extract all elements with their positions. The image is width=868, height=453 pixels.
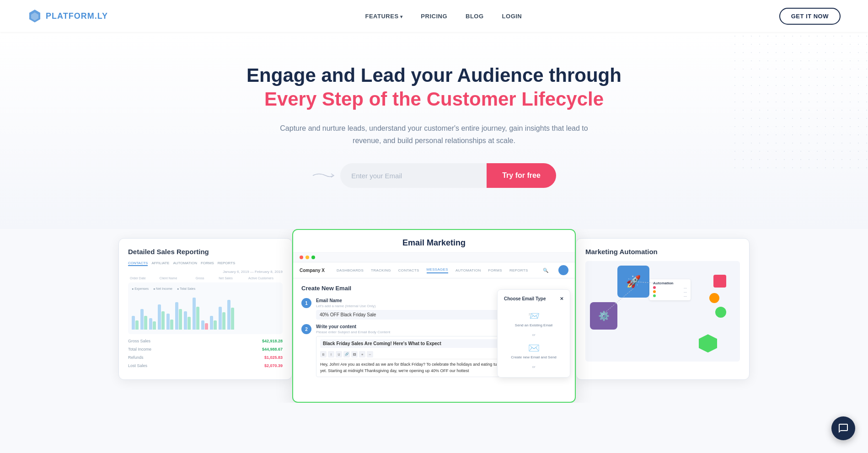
panel-title: Choose Email Type ✕	[504, 296, 563, 301]
chart-area: ● Expenses ● Net Income ● Total Sales	[128, 282, 283, 334]
dot-maximize	[311, 256, 315, 259]
pricing-link[interactable]: PRICING	[421, 13, 447, 20]
automation-node-pink	[713, 275, 726, 288]
logo[interactable]: PLATFORM.ly	[27, 9, 108, 23]
nav-affiliate[interactable]: AFFILIATE	[151, 261, 169, 266]
hero-title-main: Engage and Lead your Audience through	[9, 64, 859, 87]
chat-fab-button[interactable]	[831, 416, 855, 440]
dot-minimize	[305, 256, 309, 259]
or-divider: or	[504, 331, 563, 339]
dot-red	[653, 286, 656, 289]
app-nav-automation[interactable]: AUTOMATION	[455, 268, 481, 272]
app-nav-forms[interactable]: FORMS	[488, 268, 502, 272]
toolbar-link[interactable]: 🔗	[343, 351, 350, 357]
sales-mini-nav: CONTACTS AFFILIATE AUTOMATION FORMS REPO…	[128, 261, 283, 266]
toolbar-bold[interactable]: B	[320, 351, 327, 357]
app-nav-tracking[interactable]: TRACKING	[371, 268, 391, 272]
legend-net-income: ● Net Income	[153, 287, 172, 290]
step1-number: 1	[301, 298, 311, 308]
stat-total-income: Total Income $44,988.67	[128, 346, 283, 352]
logo-text: PLATFORM.ly	[46, 11, 108, 21]
automation-mini-card: Automation — — —	[649, 279, 691, 300]
date-range: January 6, 2019 — February 8, 2019	[128, 270, 283, 274]
blog-link[interactable]: BLOG	[466, 13, 484, 20]
sales-reporting-card: Detailed Sales Reporting CONTACTS AFFILI…	[118, 238, 292, 380]
nav-reports[interactable]: REPORTS	[218, 261, 236, 266]
stats-list: Gross Sales $42,918.28 Total Income $44,…	[128, 338, 283, 369]
panel-close-icon[interactable]: ✕	[560, 296, 563, 301]
step2-number: 2	[301, 324, 311, 334]
mini-dot-1	[653, 286, 656, 289]
automation-node-blue: 🚀	[617, 266, 649, 298]
chat-icon	[838, 423, 849, 434]
nav-automation[interactable]: AUTOMATION	[173, 261, 197, 266]
hero-description: Capture and nurture leads, understand yo…	[279, 122, 589, 147]
automation-node-hex	[699, 334, 717, 352]
automation-mini-label: Automation	[653, 281, 687, 285]
or-divider-2: or	[504, 363, 563, 371]
automation-node-orange	[709, 293, 719, 303]
chart-legend: ● Expenses ● Net Income ● Total Sales	[132, 287, 279, 290]
dot-green2	[653, 294, 656, 297]
email-input[interactable]	[340, 163, 487, 188]
stat-refunds: Refunds $1,025.83	[128, 354, 283, 361]
screenshots-section: Detailed Sales Reporting CONTACTS AFFILI…	[0, 229, 868, 403]
create-new-icon: ✉️	[508, 342, 560, 353]
nav-links: FEATURES PRICING BLOG LOGIN	[365, 12, 522, 20]
search-icon[interactable]: 🔍	[543, 268, 548, 273]
marketing-automation-card: Marketing Automation 🚀 ⚙️ Automation	[576, 238, 750, 380]
app-nav-dashboards[interactable]: DASHBOARDS	[337, 268, 364, 272]
sales-card-title: Detailed Sales Reporting	[128, 248, 283, 256]
toolbar-underline[interactable]: U	[336, 351, 342, 357]
mini-val1: —	[684, 286, 687, 289]
email-subject-text: Black Friday Sales Are Coming! Here's Wh…	[323, 341, 441, 346]
features-link[interactable]: FEATURES	[365, 13, 402, 20]
send-existing-option[interactable]: 📨 Send an Existing Email	[504, 307, 563, 331]
try-for-free-button[interactable]: Try for free	[487, 163, 556, 188]
app-nav-messages[interactable]: MESSAGES	[427, 267, 448, 273]
step1-value: 40% OFF Black Friday Sale	[320, 312, 376, 317]
email-marketing-title: Email Marketing	[293, 230, 575, 253]
dot-orange	[653, 290, 656, 293]
stat-gross-sales: Gross Sales $42,918.28	[128, 338, 283, 344]
nav-pricing[interactable]: PRICING	[421, 12, 447, 20]
get-it-now-button[interactable]: GET IT NOW	[779, 8, 841, 25]
nav-features[interactable]: FEATURES	[365, 12, 402, 20]
automation-mini-row2: —	[653, 290, 687, 293]
toolbar-list[interactable]: ≡	[359, 351, 365, 357]
rocket-icon: 🚀	[626, 275, 641, 289]
logo-icon	[27, 9, 42, 23]
email-marketing-card: Email Marketing Company X DASHBOARDS TRA…	[292, 229, 576, 403]
app-brand: Company X	[300, 268, 325, 273]
mini-val2: —	[684, 290, 687, 293]
toolbar-img[interactable]: 🖼	[351, 351, 358, 357]
automation-node-purple: ⚙️	[590, 302, 617, 330]
dot-close	[300, 256, 303, 259]
automation-mini-row3: —	[653, 294, 687, 298]
mini-val3: —	[684, 294, 687, 298]
automation-canvas: 🚀 ⚙️ Automation	[585, 261, 740, 362]
send-existing-icon: 📨	[508, 310, 560, 321]
hero-section: Engage and Lead your Audience through Ev…	[0, 32, 868, 229]
legend-expenses: ● Expenses	[132, 287, 149, 290]
arrow-hint	[312, 171, 335, 181]
chart-bars	[132, 293, 279, 330]
stat-lost-sales: Lost Sales $2,070.39	[128, 362, 283, 369]
nav-login[interactable]: LOGIN	[502, 12, 522, 20]
app-nav-reports[interactable]: REPORTS	[509, 268, 528, 272]
nav-contacts[interactable]: CONTACTS	[128, 261, 148, 266]
nav-forms[interactable]: FORMS	[201, 261, 214, 266]
flow-icon: ⚙️	[598, 310, 610, 321]
app-nav-contacts[interactable]: CONTACTS	[398, 268, 419, 272]
toolbar-align[interactable]: ↔	[367, 351, 373, 357]
create-new-label: Create new Email and Send	[508, 355, 560, 359]
navbar: PLATFORM.ly FEATURES PRICING BLOG LOGIN …	[0, 0, 868, 32]
automation-mini-row1: —	[653, 286, 687, 289]
toolbar-italic[interactable]: I	[328, 351, 334, 357]
automation-card-title: Marketing Automation	[585, 248, 740, 256]
nav-blog[interactable]: BLOG	[466, 12, 484, 20]
send-existing-label: Send an Existing Email	[508, 323, 560, 327]
create-new-option[interactable]: ✉️ Create new Email and Send	[504, 339, 563, 363]
user-avatar	[558, 265, 568, 275]
login-link[interactable]: LOGIN	[502, 13, 522, 20]
